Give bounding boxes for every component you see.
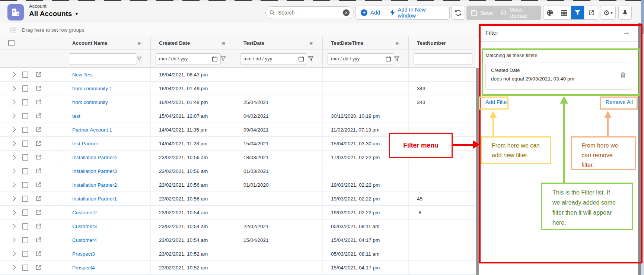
row-expand-chevron-icon[interactable] xyxy=(10,265,16,270)
mass-update-button[interactable]: Mass Update xyxy=(501,6,536,19)
account-name-link[interactable]: Installation Partner2 xyxy=(72,182,117,188)
row-checkbox[interactable] xyxy=(22,168,28,174)
add-filter-button[interactable]: Add Filter xyxy=(485,99,508,105)
row-expand-chevron-icon[interactable] xyxy=(10,196,16,201)
column-menu-icon[interactable]: ≡ xyxy=(395,40,399,46)
calendar-icon[interactable] xyxy=(386,56,391,61)
open-record-icon[interactable] xyxy=(35,265,41,271)
open-record-icon[interactable] xyxy=(35,127,41,133)
row-expand-chevron-icon[interactable] xyxy=(10,72,16,77)
open-record-icon[interactable] xyxy=(35,85,41,91)
open-record-icon[interactable] xyxy=(35,140,41,146)
column-header-created-date[interactable]: Created Date ≡ xyxy=(151,37,235,50)
open-new-tab-button[interactable] xyxy=(584,6,598,19)
collapse-panel-arrow-icon[interactable]: → xyxy=(623,28,630,37)
columns-button[interactable] xyxy=(557,6,571,19)
row-checkbox[interactable] xyxy=(22,140,28,147)
column-menu-icon[interactable]: ≡ xyxy=(222,40,225,46)
row-checkbox[interactable] xyxy=(22,182,28,188)
view-selector[interactable]: All Accounts ▼ xyxy=(29,10,79,18)
settings-button[interactable]: ⚙ ▾ xyxy=(600,6,616,20)
account-name-link[interactable]: New Test xyxy=(72,72,93,78)
open-record-icon[interactable] xyxy=(35,223,41,229)
save-button[interactable]: Save xyxy=(471,10,493,16)
row-checkbox[interactable] xyxy=(22,127,28,133)
open-record-icon[interactable] xyxy=(35,72,41,78)
search-input[interactable]: Search ✕ xyxy=(265,6,354,19)
theme-button[interactable] xyxy=(543,6,557,19)
open-record-icon[interactable] xyxy=(35,154,41,160)
account-name-link[interactable]: Installation Partner1 xyxy=(72,196,117,202)
row-checkbox[interactable] xyxy=(22,154,28,161)
row-checkbox[interactable] xyxy=(22,237,28,243)
open-record-icon[interactable] xyxy=(35,196,41,202)
row-checkbox[interactable] xyxy=(22,265,28,271)
add-in-new-window-button[interactable]: Add In New window xyxy=(385,6,449,19)
funnel-icon[interactable] xyxy=(394,56,399,61)
clear-search-icon[interactable]: ✕ xyxy=(343,9,350,16)
filter-list-item[interactable]: Created Date does not equal 29/03/2021, … xyxy=(485,63,632,90)
row-checkbox[interactable] xyxy=(22,99,28,105)
funnel-icon[interactable] xyxy=(308,56,313,61)
open-record-icon[interactable] xyxy=(35,209,41,215)
row-expand-chevron-icon[interactable] xyxy=(10,155,16,160)
test-number-filter-input[interactable] xyxy=(414,53,472,64)
row-expand-chevron-icon[interactable] xyxy=(10,182,16,187)
column-header-test-date[interactable]: TestDate ≡ xyxy=(235,37,323,50)
row-expand-chevron-icon[interactable] xyxy=(10,210,16,215)
account-name-link[interactable]: from community 1 xyxy=(72,86,112,91)
open-record-icon[interactable] xyxy=(35,168,41,174)
row-expand-chevron-icon[interactable] xyxy=(10,99,16,105)
column-header-account-name[interactable]: Account Name ≡ xyxy=(64,37,151,50)
account-name-link[interactable]: Installation Partner3 xyxy=(72,168,117,174)
open-record-icon[interactable] xyxy=(35,182,41,188)
page-scrollbar[interactable] xyxy=(641,0,644,275)
row-checkbox[interactable] xyxy=(22,223,28,230)
account-name-link[interactable]: Customer2 xyxy=(72,210,97,215)
account-name-link[interactable]: Prospect3 xyxy=(72,251,95,257)
created-date-filter-input[interactable]: mm / dd / yyy xyxy=(156,53,221,64)
row-expand-chevron-icon[interactable] xyxy=(10,251,16,256)
row-expand-chevron-icon[interactable] xyxy=(10,224,16,229)
row-expand-chevron-icon[interactable] xyxy=(10,113,16,118)
account-name-link[interactable]: Customer3 xyxy=(72,224,97,229)
remove-all-button[interactable]: Remove All xyxy=(606,99,633,105)
row-checkbox[interactable] xyxy=(22,85,28,92)
account-name-link[interactable]: Partner Account 1 xyxy=(72,127,112,133)
open-record-icon[interactable] xyxy=(35,113,41,119)
panel-vertical-scrollbar[interactable] xyxy=(638,23,641,275)
row-expand-chevron-icon[interactable] xyxy=(10,127,16,132)
add-button[interactable]: + Add xyxy=(356,6,385,19)
calendar-icon[interactable] xyxy=(299,56,304,61)
grid-vertical-scrollbar[interactable] xyxy=(476,68,479,275)
trash-icon[interactable] xyxy=(620,72,626,78)
pin-button[interactable] xyxy=(618,6,632,20)
column-header-test-number[interactable]: TestNumber xyxy=(409,37,476,50)
account-name-link[interactable]: test Partner xyxy=(72,141,98,146)
row-checkbox[interactable] xyxy=(22,196,28,202)
select-all-checkbox[interactable] xyxy=(8,40,15,46)
account-name-link[interactable]: from community xyxy=(72,99,108,105)
refresh-button[interactable] xyxy=(451,6,465,20)
row-checkbox[interactable] xyxy=(22,209,28,216)
column-menu-icon[interactable]: ≡ xyxy=(137,40,141,46)
row-checkbox[interactable] xyxy=(22,113,28,119)
account-name-link[interactable]: test xyxy=(72,113,80,119)
open-record-icon[interactable] xyxy=(35,251,41,257)
column-menu-icon[interactable]: ≡ xyxy=(309,40,313,46)
row-expand-chevron-icon[interactable] xyxy=(10,237,16,243)
row-expand-chevron-icon[interactable] xyxy=(10,168,16,174)
page-scrollbar-thumb[interactable] xyxy=(641,0,644,34)
row-expand-chevron-icon[interactable] xyxy=(10,141,16,146)
open-record-icon[interactable] xyxy=(35,237,41,243)
row-checkbox[interactable] xyxy=(22,72,28,78)
open-record-icon[interactable] xyxy=(35,99,41,105)
account-name-filter-input[interactable] xyxy=(69,53,137,64)
filter-button[interactable] xyxy=(571,6,585,19)
account-name-link[interactable]: Installation Partner4 xyxy=(72,155,117,160)
row-checkbox[interactable] xyxy=(22,251,28,257)
funnel-icon[interactable] xyxy=(221,56,226,61)
calendar-icon[interactable] xyxy=(212,56,217,61)
row-expand-chevron-icon[interactable] xyxy=(10,86,16,91)
funnel-icon[interactable] xyxy=(137,56,141,61)
